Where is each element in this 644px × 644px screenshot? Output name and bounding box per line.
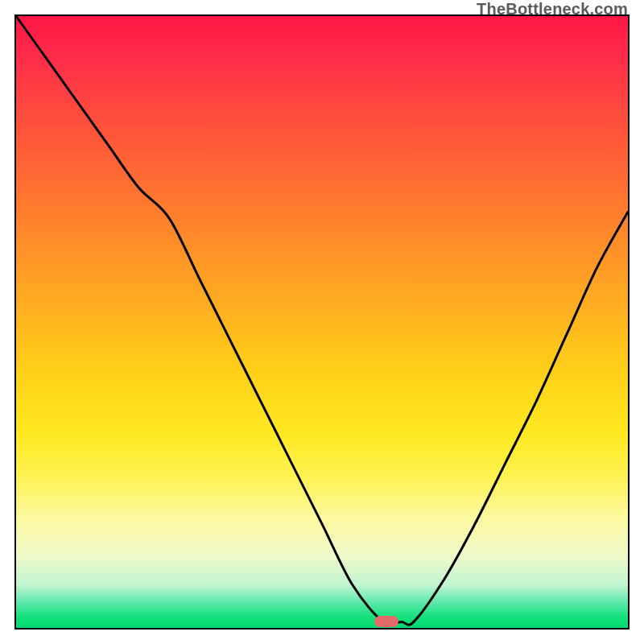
optimum-marker xyxy=(374,616,398,627)
chart-container: TheBottleneck.com xyxy=(0,0,644,644)
bottleneck-curve xyxy=(16,16,628,628)
plot-area xyxy=(14,14,630,630)
